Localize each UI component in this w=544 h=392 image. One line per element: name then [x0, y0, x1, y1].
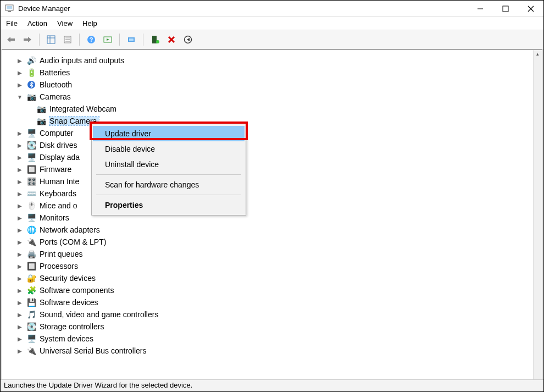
- chevron-right-icon[interactable]: ▶: [16, 82, 23, 88]
- chevron-right-icon[interactable]: ▶: [16, 263, 23, 269]
- printer-icon: 🖨️: [26, 249, 36, 259]
- tree-label: Integrated Webcam: [49, 104, 116, 113]
- chevron-right-icon[interactable]: ▶: [16, 167, 23, 173]
- chevron-right-icon[interactable]: ▶: [16, 336, 23, 342]
- tree-label: Network adapters: [40, 225, 100, 234]
- menu-scan-hardware[interactable]: Scan for hardware changes: [93, 177, 245, 192]
- tree-node-security[interactable]: ▶ 🔐 Security devices: [16, 272, 533, 284]
- menu-view[interactable]: View: [57, 19, 73, 27]
- tree-label: Disk drives: [40, 141, 77, 150]
- minimize-button[interactable]: [468, 1, 493, 17]
- chevron-right-icon[interactable]: ▶: [16, 227, 23, 233]
- scroll-up-arrow[interactable]: ▴: [536, 50, 539, 57]
- tree-node-ports[interactable]: ▶ 🔌 Ports (COM & LPT): [16, 236, 533, 248]
- tree-node-storage[interactable]: ▶ 💽 Storage controllers: [16, 321, 533, 333]
- maximize-button[interactable]: [493, 1, 518, 17]
- svg-rect-23: [129, 38, 134, 41]
- device-manager-icon: [5, 4, 14, 13]
- chevron-right-icon[interactable]: ▶: [16, 348, 23, 354]
- tree-node-print-queues[interactable]: ▶ 🖨️ Print queues: [16, 248, 533, 260]
- device-tree[interactable]: ▶ 🔊 Audio inputs and outputs ▶ 🔋 Batteri…: [3, 51, 533, 384]
- camera-icon: 📷: [26, 92, 36, 102]
- chevron-right-icon[interactable]: ▶: [16, 239, 23, 245]
- status-text: Launches the Update Driver Wizard for th…: [4, 381, 192, 389]
- enable-device-button[interactable]: [148, 32, 162, 47]
- chevron-right-icon[interactable]: ▶: [16, 142, 23, 148]
- show-hide-tree-button[interactable]: [44, 32, 58, 47]
- chevron-right-icon[interactable]: ▶: [16, 154, 23, 161]
- svg-rect-10: [24, 38, 28, 41]
- menu-item-label: Update driver: [105, 129, 151, 138]
- tree-node-usb[interactable]: ▶ 🔌 Universal Serial Bus controllers: [16, 345, 533, 357]
- chevron-right-icon[interactable]: ▶: [16, 215, 23, 221]
- tree-node-software-components[interactable]: ▶ 🧩 Software components: [16, 284, 533, 296]
- uninstall-button[interactable]: [164, 32, 179, 47]
- chevron-right-icon[interactable]: ▶: [16, 191, 23, 197]
- chevron-right-icon[interactable]: ▶: [16, 203, 23, 209]
- svg-point-25: [156, 40, 159, 43]
- menu-file[interactable]: File: [6, 19, 18, 27]
- menu-separator: [96, 174, 241, 175]
- tree-label: Human Inte: [40, 177, 79, 186]
- keyboard-icon: ⌨️: [26, 189, 36, 198]
- tree-node-network[interactable]: ▶ 🌐 Network adapters: [16, 224, 533, 236]
- menu-uninstall-device[interactable]: Uninstall device: [93, 157, 245, 172]
- computer-icon: 🖥️: [26, 128, 36, 138]
- cpu-icon: 🔲: [26, 261, 36, 271]
- update-driver-button[interactable]: [124, 32, 138, 47]
- tree-label: Ports (COM & LPT): [40, 238, 106, 246]
- svg-rect-2: [8, 11, 11, 12]
- chevron-right-icon[interactable]: ▶: [16, 324, 23, 330]
- tree-node-bluetooth[interactable]: ▶ Bluetooth: [16, 79, 533, 91]
- help-button[interactable]: ?: [84, 32, 98, 47]
- tree-node-cameras[interactable]: ▼ 📷 Cameras: [16, 91, 533, 103]
- svg-rect-8: [10, 38, 15, 41]
- chevron-right-icon[interactable]: ▶: [16, 275, 23, 281]
- status-bar: Launches the Update Driver Wizard for th…: [1, 379, 543, 391]
- chevron-right-icon[interactable]: ▶: [16, 70, 23, 76]
- chevron-right-icon[interactable]: ▶: [16, 251, 23, 257]
- tree-node-audio[interactable]: ▶ 🔊 Audio inputs and outputs: [16, 54, 533, 67]
- chevron-right-icon[interactable]: ▶: [16, 58, 23, 64]
- tree-label: Print queues: [40, 250, 83, 258]
- chevron-down-icon[interactable]: ▼: [16, 94, 23, 100]
- close-button[interactable]: [518, 1, 543, 17]
- menu-disable-device[interactable]: Disable device: [93, 141, 245, 157]
- chevron-right-icon[interactable]: ▶: [16, 312, 23, 318]
- back-button[interactable]: [4, 32, 18, 47]
- svg-rect-11: [47, 36, 55, 43]
- tree-node-sound[interactable]: ▶ 🎵 Sound, video and game controllers: [16, 308, 533, 321]
- properties-button[interactable]: [60, 32, 75, 47]
- vertical-scrollbar[interactable]: ▴: [533, 50, 542, 384]
- svg-marker-7: [7, 37, 10, 42]
- tree-node-processors[interactable]: ▶ 🔲 Processors: [16, 260, 533, 272]
- tree-node-system[interactable]: ▶ 🖥️ System devices: [16, 333, 533, 345]
- chevron-right-icon[interactable]: ▶: [16, 130, 23, 136]
- tree-label: Software devices: [40, 298, 98, 307]
- disable-device-button[interactable]: [181, 32, 195, 47]
- svg-marker-29: [187, 38, 190, 41]
- toolbar-separator: [119, 34, 120, 46]
- menu-bar: File Action View Help: [1, 17, 543, 30]
- tree-label: Storage controllers: [40, 322, 104, 331]
- menu-separator: [96, 195, 241, 195]
- chevron-right-icon[interactable]: ▶: [16, 179, 23, 185]
- tree-label: Security devices: [40, 274, 96, 283]
- tree-label: Computer: [40, 129, 73, 137]
- software-device-icon: 💾: [26, 297, 36, 307]
- chevron-right-icon[interactable]: ▶: [16, 288, 23, 294]
- camera-icon: 📷: [36, 116, 46, 126]
- forward-button[interactable]: [20, 32, 35, 47]
- audio-icon: 🔊: [26, 56, 36, 65]
- tree-node-batteries[interactable]: ▶ 🔋 Batteries: [16, 67, 533, 79]
- menu-properties[interactable]: Properties: [93, 197, 245, 213]
- menu-action[interactable]: Action: [27, 19, 47, 27]
- scan-hardware-button[interactable]: [101, 32, 115, 47]
- bluetooth-icon: [26, 80, 36, 90]
- tree-node-software-devices[interactable]: ▶ 💾 Software devices: [16, 296, 533, 308]
- tree-node-integrated-webcam[interactable]: 📷 Integrated Webcam: [36, 103, 533, 115]
- menu-help[interactable]: Help: [82, 19, 97, 27]
- tree-label: Software components: [40, 286, 114, 295]
- chevron-right-icon[interactable]: ▶: [16, 300, 23, 306]
- menu-update-driver[interactable]: Update driver: [93, 126, 245, 141]
